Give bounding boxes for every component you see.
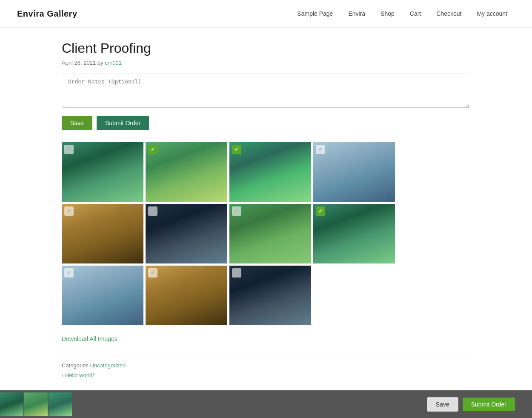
check-badge-2: ✓ xyxy=(148,145,157,154)
nav-envira[interactable]: Envira xyxy=(340,7,373,20)
post-nav: ‹ Hello world! xyxy=(62,372,470,378)
download-all-link[interactable]: Download All Images xyxy=(62,335,117,342)
check-badge-3: ✓ xyxy=(232,145,241,154)
gallery-item-2[interactable]: ✓ xyxy=(146,142,227,202)
site-nav: Sample Page Envira Shop Cart Checkout My… xyxy=(289,7,515,20)
prev-post-label: Hello world! xyxy=(65,372,94,378)
nav-checkout[interactable]: Checkout xyxy=(429,7,469,20)
bottom-bar-thumbnails xyxy=(0,392,72,416)
gallery-item-8[interactable]: ✓ xyxy=(313,204,395,263)
post-author[interactable]: crn001 xyxy=(105,60,122,66)
order-notes-textarea[interactable] xyxy=(62,74,470,108)
category-link[interactable]: Uncategorized xyxy=(90,362,126,369)
bottom-submit-button[interactable]: Submit Order xyxy=(463,398,515,411)
bottom-bar: Save Submit Order xyxy=(0,390,532,418)
nav-shop[interactable]: Shop xyxy=(373,7,402,20)
nav-my-account[interactable]: My account xyxy=(469,7,515,20)
post-date: April 26, 2021 xyxy=(62,60,96,66)
prev-post-link[interactable]: ‹ Hello world! xyxy=(62,372,94,378)
gallery-item-6[interactable]: ✓ xyxy=(146,204,227,263)
categories-label: Categories xyxy=(62,362,89,369)
bottom-thumb-1 xyxy=(0,392,23,416)
gallery-item-9[interactable]: ✓ xyxy=(62,266,143,325)
check-badge-5: ✓ xyxy=(64,206,74,216)
check-badge-1: ✓ xyxy=(64,145,74,154)
page-title: Client Proofing xyxy=(62,40,470,56)
gallery-grid: ✓ ✓ ✓ ✓ ✓ ✓ ✓ ✓ xyxy=(62,142,470,325)
post-footer: Categories Uncategorized ‹ Hello world! xyxy=(62,355,470,378)
submit-order-button[interactable]: Submit Order xyxy=(97,116,149,130)
post-meta: April 26, 2021 by crn001 xyxy=(62,60,470,66)
main-content: Client Proofing April 26, 2021 by crn001… xyxy=(53,28,479,412)
check-badge-4: ✓ xyxy=(316,145,325,154)
gallery-item-11[interactable]: ✓ xyxy=(229,266,311,325)
gallery-item-5[interactable]: ✓ xyxy=(62,204,143,263)
bottom-save-button[interactable]: Save xyxy=(427,397,458,412)
check-badge-7: ✓ xyxy=(232,206,241,216)
check-badge-6: ✓ xyxy=(148,206,157,216)
check-badge-11: ✓ xyxy=(232,268,241,278)
prev-icon: ‹ xyxy=(62,372,65,378)
save-button[interactable]: Save xyxy=(62,116,92,130)
check-badge-8: ✓ xyxy=(316,206,325,216)
gallery-item-7[interactable]: ✓ xyxy=(229,204,311,263)
check-badge-9: ✓ xyxy=(64,268,74,278)
site-header: Envira Gallery Sample Page Envira Shop C… xyxy=(0,0,532,28)
nav-cart[interactable]: Cart xyxy=(402,7,429,20)
button-row: Save Submit Order xyxy=(62,116,470,130)
bottom-thumb-3 xyxy=(49,392,72,416)
gallery-item-1[interactable]: ✓ xyxy=(62,142,143,202)
categories-line: Categories Uncategorized xyxy=(62,362,470,369)
site-logo: Envira Gallery xyxy=(17,9,77,19)
gallery-item-4[interactable]: ✓ xyxy=(313,142,395,202)
nav-sample-page[interactable]: Sample Page xyxy=(289,7,340,20)
check-badge-10: ✓ xyxy=(148,268,157,278)
gallery-item-3[interactable]: ✓ xyxy=(229,142,311,202)
gallery-item-10[interactable]: ✓ xyxy=(146,266,227,325)
bottom-thumb-2 xyxy=(24,392,48,416)
post-by: by xyxy=(97,60,105,66)
